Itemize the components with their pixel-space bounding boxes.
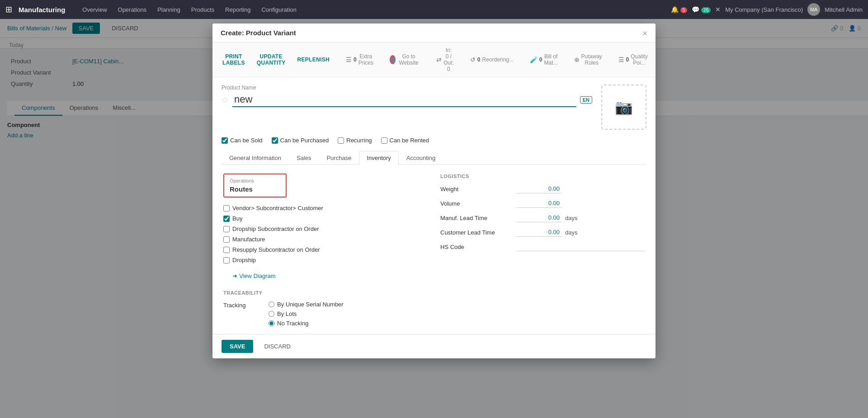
extra-prices-button[interactable]: ☰ 0 Extra Prices	[341, 52, 378, 68]
brand-name: Manufacturing	[19, 6, 65, 14]
tracking-lots-label: By Lots	[277, 310, 297, 317]
nav-configuration[interactable]: Configuration	[257, 5, 301, 15]
customer-lead-time-unit: days	[565, 229, 577, 236]
route-resupply[interactable]: Resupply Subcontractor on Order	[223, 246, 413, 253]
manuf-lead-time-label: Manuf. Lead Time	[440, 215, 513, 221]
tracking-none[interactable]: No Tracking	[269, 320, 344, 327]
customer-lead-time-input[interactable]	[516, 228, 561, 237]
product-name-input-row: ☆ EN	[222, 93, 592, 107]
recurring-input[interactable]	[338, 137, 344, 144]
tracking-field-label: Tracking	[223, 301, 259, 309]
product-name-section: Product Name ☆ EN 📷	[222, 85, 646, 130]
nav-operations[interactable]: Operations	[113, 5, 151, 15]
globe-icon: 🌐	[390, 55, 396, 64]
tracking-lots[interactable]: By Lots	[269, 310, 344, 317]
apps-icon[interactable]: ⊞	[5, 5, 12, 14]
tracking-lots-radio[interactable]	[269, 311, 274, 317]
quality-count: 0	[626, 56, 629, 63]
traceability-section: Traceability Tracking By Unique Serial N…	[223, 290, 413, 327]
manuf-lead-time-input[interactable]	[516, 213, 561, 222]
nav-links: Overview Operations Planning Products Re…	[78, 5, 301, 15]
route-dropship[interactable]: Dropship	[223, 257, 413, 263]
nav-overview[interactable]: Overview	[78, 5, 111, 15]
route-manufacture[interactable]: Manufacture	[223, 236, 413, 243]
reordering-button[interactable]: ↺ 0 Reordering...	[466, 54, 518, 65]
user-name: Mitchell Admin	[825, 6, 863, 13]
in-out-button[interactable]: ⇄ In: 0 / Out: 0	[432, 45, 458, 74]
route-buy-label: Buy	[232, 215, 242, 222]
can-be-sold-label: Can be Sold	[230, 137, 263, 144]
view-diagram-link[interactable]: ➜ View Diagram	[232, 272, 413, 279]
route-dropship-checkbox[interactable]	[223, 257, 230, 263]
inventory-col-left: Operations Routes Vendor> Subcontractor>…	[223, 174, 431, 327]
route-resupply-checkbox[interactable]	[223, 247, 230, 253]
update-quantity-button[interactable]: UPDATE QUANTITY	[252, 52, 290, 68]
user-avatar[interactable]: MA	[807, 3, 820, 16]
tracking-none-radio[interactable]	[269, 320, 274, 326]
manuf-lead-time-unit: days	[565, 215, 577, 221]
modal-body: Product Name ☆ EN 📷 Can be Sold	[212, 77, 656, 334]
weight-input[interactable]	[516, 184, 561, 193]
inventory-tab-content: Operations Routes Vendor> Subcontractor>…	[222, 164, 646, 327]
bom-button[interactable]: 🧪 0 Bill of Mat...	[525, 52, 562, 68]
product-name-input[interactable]	[232, 93, 576, 107]
company-name: My Company (San Francisco)	[725, 6, 803, 13]
route-vendor-subcontractor[interactable]: Vendor> Subcontractor> Customer	[223, 205, 413, 211]
language-badge[interactable]: EN	[580, 96, 592, 103]
volume-field: Volume	[440, 199, 645, 208]
transfer-icon: ⇄	[436, 56, 442, 63]
tracking-serial-label: By Unique Serial Number	[277, 301, 344, 308]
go-to-website-button[interactable]: 🌐 Go to Website	[385, 52, 425, 68]
close-icon-nav[interactable]: ✕	[715, 6, 721, 13]
tab-general-information[interactable]: General Information	[222, 151, 289, 164]
modal-close-button[interactable]: ×	[642, 29, 647, 38]
favorite-star-icon[interactable]: ☆	[222, 95, 229, 105]
nav-products[interactable]: Products	[187, 5, 219, 15]
route-buy[interactable]: Buy	[223, 215, 413, 222]
tracking-serial[interactable]: By Unique Serial Number	[269, 301, 344, 308]
can-be-purchased-input[interactable]	[272, 137, 278, 144]
can-be-rented-input[interactable]	[381, 137, 387, 144]
tracking-row: Tracking By Unique Serial Number By Lots	[223, 301, 413, 327]
reordering-count: 0	[477, 56, 481, 63]
product-image-upload[interactable]: 📷	[601, 85, 646, 130]
can-be-sold-input[interactable]	[222, 137, 228, 144]
tab-accounting[interactable]: Accounting	[399, 151, 443, 164]
nav-planning[interactable]: Planning	[153, 5, 185, 15]
tab-purchase[interactable]: Purchase	[319, 151, 359, 164]
quality-points-button[interactable]: ☰ 0 Quality Poi...	[614, 52, 652, 68]
weight-field: Weight	[440, 184, 645, 193]
customer-lead-time-label: Customer Lead Time	[440, 229, 513, 236]
notification-bell[interactable]: 🔔 5	[671, 6, 687, 13]
operations-routes-box: Operations Routes	[223, 174, 287, 197]
can-be-sold-checkbox[interactable]: Can be Sold	[222, 137, 263, 144]
can-be-purchased-checkbox[interactable]: Can be Purchased	[272, 137, 329, 144]
extra-prices-count: 0	[354, 56, 357, 63]
route-dropship-subcontractor[interactable]: Dropship Subcontractor on Order	[223, 225, 413, 232]
route-vendor-checkbox[interactable]	[223, 205, 230, 211]
putaway-rules-button[interactable]: ⊕ Putaway Rules	[570, 52, 607, 68]
flask-icon: 🧪	[530, 56, 538, 63]
route-manufacture-checkbox[interactable]	[223, 236, 230, 243]
tab-sales[interactable]: Sales	[289, 151, 319, 164]
tracking-serial-radio[interactable]	[269, 301, 274, 307]
modal-save-button[interactable]: SAVE	[222, 340, 253, 353]
volume-input[interactable]	[516, 199, 561, 208]
replenish-button[interactable]: REPLENISH	[293, 55, 334, 65]
tracking-options: By Unique Serial Number By Lots No Track…	[269, 301, 344, 327]
can-be-rented-checkbox[interactable]: Can be Rented	[381, 137, 429, 144]
route-dropship-sub-checkbox[interactable]	[223, 226, 230, 232]
route-buy-checkbox[interactable]	[223, 216, 230, 222]
inventory-col-right: Logistics Weight Volume Manuf. Lead Time	[431, 174, 645, 327]
print-labels-button[interactable]: PRINT LABELS	[218, 52, 250, 68]
route-dropship-sub-label: Dropship Subcontractor on Order	[232, 225, 319, 232]
hs-code-input[interactable]	[516, 242, 645, 251]
nav-reporting[interactable]: Reporting	[221, 5, 255, 15]
modal-footer: SAVE DISCARD	[212, 334, 656, 358]
view-diagram-label: View Diagram	[239, 272, 276, 279]
tab-inventory[interactable]: Inventory	[359, 151, 398, 164]
modal-discard-button[interactable]: DISCARD	[258, 340, 297, 353]
chat-icon[interactable]: 💬 26	[692, 6, 711, 13]
putaway-label: Putaway Rules	[581, 53, 602, 66]
recurring-checkbox[interactable]: Recurring	[338, 137, 372, 144]
